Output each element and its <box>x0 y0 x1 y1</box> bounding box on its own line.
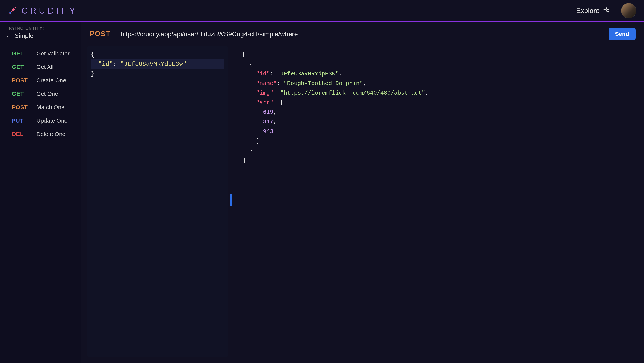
brand[interactable]: CRUDIFY <box>8 6 78 16</box>
explore-link[interactable]: Explore <box>576 7 610 15</box>
request-url[interactable]: https://crudify.app/api/user/iTduz8WS9Cu… <box>120 30 598 38</box>
endpoint-method: GET <box>12 91 33 97</box>
sidebar-endpoint-item[interactable]: GETGet All <box>0 60 81 74</box>
endpoint-method: PUT <box>12 118 33 124</box>
send-button[interactable]: Send <box>608 28 636 40</box>
entity-name: Simple <box>14 32 33 39</box>
sidebar-endpoint-item[interactable]: GETGet One <box>0 87 81 101</box>
rocket-icon <box>8 6 17 15</box>
request-bar: POST https://crudify.app/api/user/iTduz8… <box>81 22 644 46</box>
entity-back-link[interactable]: ← Simple <box>6 32 75 39</box>
endpoint-list: GETGet ValidatorGETGet AllPOSTCreate One… <box>0 45 81 141</box>
sidebar-endpoint-item[interactable]: GETGet Validator <box>0 47 81 60</box>
endpoint-name: Get Validator <box>36 50 70 57</box>
response-body-viewer[interactable]: [ { "id": "JEfeUSaVMRYdpE3w", "name": "R… <box>236 46 644 357</box>
endpoint-method: POST <box>12 104 33 111</box>
endpoint-method: GET <box>12 64 33 70</box>
brand-text: CRUDIFY <box>22 6 78 16</box>
sidebar-endpoint-item[interactable]: DELDelete One <box>0 127 81 141</box>
sidebar-endpoint-item[interactable]: POSTMatch One <box>0 101 81 114</box>
endpoint-name: Update One <box>36 117 68 124</box>
endpoint-name: Get All <box>36 64 53 70</box>
back-arrow-icon: ← <box>6 33 12 39</box>
endpoint-method: DEL <box>12 131 33 137</box>
top-navbar: CRUDIFY Explore <box>0 0 644 22</box>
endpoint-name: Delete One <box>36 131 66 137</box>
sidebar-endpoint-item[interactable]: PUTUpdate One <box>0 114 81 127</box>
endpoint-name: Match One <box>36 104 64 111</box>
divider-handle-icon <box>230 194 232 206</box>
endpoint-method: GET <box>12 51 33 57</box>
explore-label: Explore <box>576 7 600 15</box>
sparkle-icon <box>603 7 610 15</box>
request-body-editor[interactable]: { "id": "JEfeUSaVMRYdpE3w" } <box>87 46 228 357</box>
entity-header-label: TRYING ENTITY: <box>6 26 75 31</box>
endpoint-method: POST <box>12 77 33 84</box>
sidebar-endpoint-item[interactable]: POSTCreate One <box>0 74 81 87</box>
request-method: POST <box>90 30 110 38</box>
pane-divider[interactable] <box>229 194 236 357</box>
sidebar: TRYING ENTITY: ← Simple GETGet Validator… <box>0 22 81 363</box>
user-avatar[interactable] <box>621 3 636 19</box>
svg-point-0 <box>14 8 15 10</box>
endpoint-name: Create One <box>36 77 66 84</box>
endpoint-name: Get One <box>36 91 58 97</box>
